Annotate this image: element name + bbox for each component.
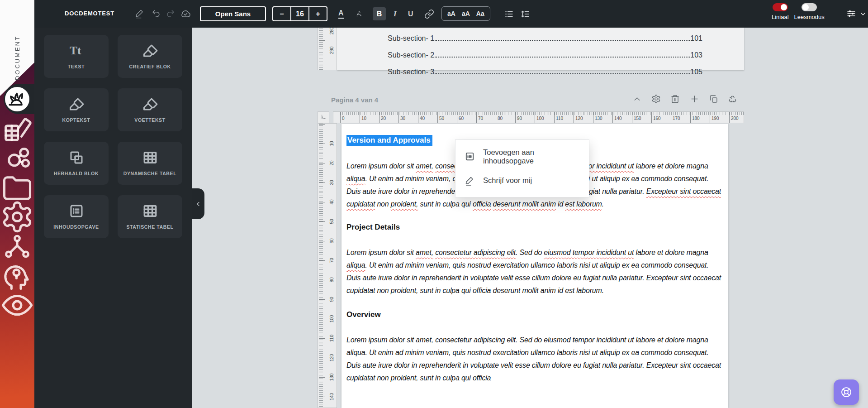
ruler-mark: 30 <box>398 112 418 123</box>
ruler-mark: 120 <box>318 348 337 367</box>
app-logo-icon[interactable] <box>6 3 28 24</box>
bullet-list-icon[interactable] <box>504 9 514 19</box>
redo-icon[interactable] <box>166 9 175 19</box>
font-size-decrease-button[interactable]: − <box>273 7 290 20</box>
link-icon[interactable] <box>424 9 434 19</box>
block-tile[interactable]: TEKST <box>44 35 109 78</box>
font-size-value[interactable]: 16 <box>290 7 309 20</box>
toc-leader-dots <box>435 40 690 41</box>
ruler-mark: 100 <box>535 112 554 123</box>
rail-item[interactable] <box>0 202 34 231</box>
line-spacing-icon[interactable] <box>520 9 530 19</box>
paragraph[interactable]: Lorem ipsum dolor sit amet, consectetur … <box>346 334 724 384</box>
ruler-mark: 140 <box>318 387 337 406</box>
tile-label: INHOUDSOPGAVE <box>53 224 99 231</box>
section-heading[interactable]: Project Details <box>346 223 724 232</box>
menu-item-label: Schrijf voor mij <box>483 176 532 185</box>
block-tile[interactable]: INHOUDSOPGAVE <box>44 195 109 238</box>
capitalize-button[interactable]: aA <box>462 10 470 17</box>
sliders-icon[interactable] <box>846 8 857 19</box>
ruler-mark: 130 <box>593 112 612 123</box>
bold-button[interactable]: B <box>373 7 386 20</box>
rail-item[interactable] <box>0 231 34 261</box>
ruler-mark: 130 <box>318 367 337 387</box>
text-case-group: aA aA Aa <box>441 6 490 21</box>
tile-icon <box>142 203 158 219</box>
text-color-button[interactable]: A <box>338 0 344 28</box>
document-title: DOCDEMOTEST <box>65 10 114 17</box>
page-action-icon[interactable] <box>690 94 699 104</box>
block-tiles: TEKST CREATIEF BLOK KOPTEKST VOETTEKST H… <box>44 35 182 238</box>
tile-icon <box>68 203 85 219</box>
toc-row[interactable]: Sub-section- 2 103 <box>337 45 744 62</box>
ruler-mark: 100 <box>318 309 337 328</box>
menu-item-label: Toevoegen aan inhoudsopgave <box>483 148 580 165</box>
rail-items <box>0 84 34 320</box>
rail-item[interactable] <box>0 84 34 114</box>
ruler-mark: 40 <box>418 112 437 123</box>
page-action-icon[interactable] <box>632 94 642 104</box>
previous-page[interactable]: Sub-section- 1 101 Sub-section- 2 103 Su… <box>337 28 744 70</box>
ruler-mark: 190 <box>710 112 729 123</box>
leesmodus-label: Leesmodus <box>794 14 825 20</box>
block-tile[interactable]: CREATIEF BLOK <box>118 35 182 78</box>
horizontal-ruler: 0102030405060708090100110120130140150160… <box>333 111 744 123</box>
context-menu-item[interactable]: Toevoegen aan inhoudsopgave <box>455 144 589 168</box>
ruler-mark: 160 <box>651 112 671 123</box>
block-tile[interactable]: HERHAALD BLOK <box>44 142 109 185</box>
pencil-edit-icon[interactable] <box>135 9 145 19</box>
tile-icon <box>142 43 158 59</box>
ruler-corner <box>318 111 329 123</box>
toc-rows: Sub-section- 1 101 Sub-section- 2 103 Su… <box>337 29 744 79</box>
toc-label: Sub-section- 1 <box>388 34 434 43</box>
undo-icon[interactable] <box>151 9 161 19</box>
rail-item[interactable] <box>0 114 34 143</box>
underline-button[interactable]: U <box>408 0 413 28</box>
page-action-icon[interactable] <box>709 94 718 104</box>
menu-item-icon <box>465 151 475 162</box>
top-toolbar: DOCDEMOTEST Open Sans − 16 + A A B I U a… <box>34 0 868 28</box>
rail-item[interactable] <box>0 173 34 202</box>
block-tile[interactable]: VOETTEKST <box>118 88 182 131</box>
block-tile[interactable]: DYNAMISCHE TABEL <box>118 142 182 185</box>
italic-button[interactable]: I <box>394 0 397 28</box>
ruler-mark: 80 <box>318 270 337 289</box>
chevron-down-icon[interactable] <box>859 10 867 18</box>
toc-label: Sub-section- 2 <box>388 51 434 59</box>
help-button[interactable] <box>834 379 859 405</box>
tile-label: KOPTEKST <box>62 117 90 124</box>
font-size-increase-button[interactable]: + <box>309 7 327 20</box>
highlight-color-button[interactable]: A <box>356 0 362 28</box>
panel-collapse-handle[interactable] <box>192 188 204 219</box>
ruler-mark: 120 <box>574 112 593 123</box>
toc-row[interactable]: Sub-section- 3 105 <box>337 62 744 79</box>
paragraph[interactable]: Lorem ipsum dolor sit amet, consectetur … <box>346 246 724 297</box>
page-action-icon[interactable] <box>728 94 737 104</box>
toc-row[interactable]: Sub-section- 1 101 <box>337 29 744 45</box>
ruler-mark: 60 <box>457 112 476 123</box>
ruler-mark: 140 <box>612 112 632 123</box>
section-heading[interactable]: Overview <box>346 310 724 319</box>
font-family-button[interactable]: Open Sans <box>200 6 266 21</box>
lifebuoy-icon <box>840 386 853 398</box>
ruler-corner-icon <box>320 114 327 121</box>
menu-item-icon <box>465 175 475 186</box>
toc-leader-dots <box>435 73 690 74</box>
liniaal-toggle[interactable] <box>773 3 788 11</box>
leesmodus-toggle[interactable] <box>802 3 817 11</box>
block-tile[interactable]: STATISCHE TABEL <box>118 195 182 238</box>
page-action-icon[interactable] <box>651 94 661 104</box>
lowercase-button[interactable]: Aa <box>476 10 484 17</box>
cloud-check-icon[interactable] <box>180 8 191 19</box>
block-tile[interactable]: KOPTEKST <box>44 88 109 131</box>
ruler-mark: 20 <box>318 153 337 173</box>
rail-item[interactable] <box>0 261 34 290</box>
ruler-mark: 90 <box>318 289 337 309</box>
tile-icon <box>68 149 85 166</box>
uppercase-button[interactable]: aA <box>447 10 455 17</box>
page-action-icon[interactable] <box>670 94 680 104</box>
rail-item[interactable] <box>0 290 34 320</box>
rail-item[interactable] <box>0 143 34 173</box>
ruler-mark: 180 <box>690 112 710 123</box>
context-menu-item[interactable]: Schrijf voor mij <box>455 168 589 192</box>
